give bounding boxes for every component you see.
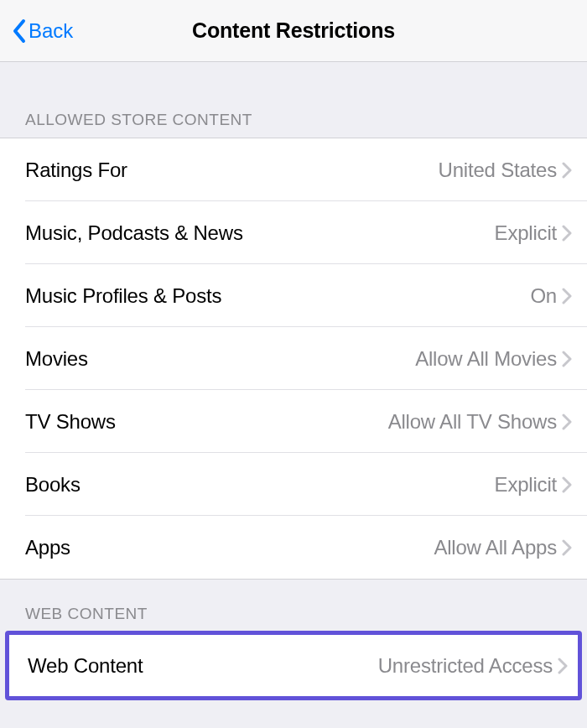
highlight-box: Web Content Unrestricted Access xyxy=(5,631,582,700)
row-label: Music, Podcasts & News xyxy=(25,221,243,245)
row-label: TV Shows xyxy=(25,410,116,434)
back-button-label: Back xyxy=(29,19,73,43)
row-label: Apps xyxy=(25,536,70,559)
chevron-right-icon xyxy=(562,539,572,556)
row-value: Allow All Apps xyxy=(434,536,562,559)
chevron-right-icon xyxy=(562,225,572,242)
row-label: Books xyxy=(25,473,81,497)
chevron-right-icon xyxy=(558,658,568,674)
chevron-right-icon xyxy=(562,288,572,304)
chevron-right-icon xyxy=(562,476,572,493)
row-label: Music Profiles & Posts xyxy=(25,284,221,308)
row-movies[interactable]: Movies Allow All Movies xyxy=(0,327,587,390)
list-group-web: Web Content Unrestricted Access xyxy=(9,635,578,696)
section-header-web: WEB CONTENT xyxy=(0,580,587,632)
row-label: Movies xyxy=(25,347,88,371)
row-value: Unrestricted Access xyxy=(378,654,558,678)
row-value: Explicit xyxy=(495,473,562,497)
row-tv-shows[interactable]: TV Shows Allow All TV Shows xyxy=(0,390,587,453)
row-value: Allow All TV Shows xyxy=(388,410,562,434)
chevron-left-icon xyxy=(12,18,27,44)
row-value: On xyxy=(530,284,562,308)
chevron-right-icon xyxy=(562,413,572,430)
section-header-store: ALLOWED STORE CONTENT xyxy=(0,62,587,138)
row-books[interactable]: Books Explicit xyxy=(0,453,587,516)
row-ratings-for[interactable]: Ratings For United States xyxy=(0,138,587,201)
row-value: Allow All Movies xyxy=(415,347,562,371)
row-music-podcasts-news[interactable]: Music, Podcasts & News Explicit xyxy=(0,201,587,264)
row-value: United States xyxy=(439,159,562,182)
list-group-store: Ratings For United States Music, Podcast… xyxy=(0,138,587,580)
row-value: Explicit xyxy=(495,221,562,245)
back-button[interactable]: Back xyxy=(12,18,73,44)
page-title: Content Restrictions xyxy=(192,18,395,43)
chevron-right-icon xyxy=(562,351,572,367)
row-label: Web Content xyxy=(28,654,143,678)
row-apps[interactable]: Apps Allow All Apps xyxy=(0,516,587,579)
row-music-profiles-posts[interactable]: Music Profiles & Posts On xyxy=(0,264,587,327)
navbar: Back Content Restrictions xyxy=(0,0,587,62)
chevron-right-icon xyxy=(562,162,572,179)
row-web-content[interactable]: Web Content Unrestricted Access xyxy=(9,635,578,696)
row-label: Ratings For xyxy=(25,159,127,182)
